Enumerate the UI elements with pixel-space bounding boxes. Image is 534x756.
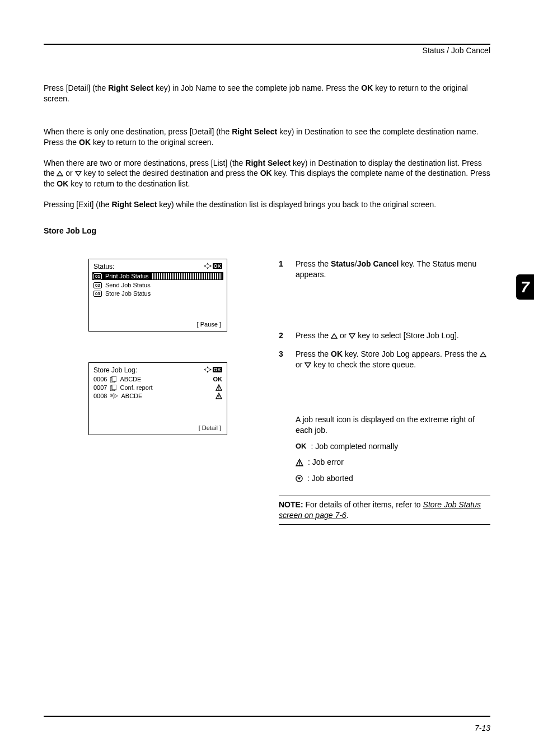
send-icon <box>110 393 118 399</box>
paragraph-2: When there is only one destination, pres… <box>44 127 490 148</box>
warning-icon <box>216 384 222 391</box>
warning-icon <box>296 459 303 466</box>
svg-point-30 <box>299 464 300 465</box>
log-row-1: 0006 ABCDE OK <box>93 376 222 382</box>
step-1: 1 Press the Status/Job Cancel key. The S… <box>279 259 490 280</box>
svg-marker-32 <box>298 478 301 480</box>
panel2-softkey: [ Detail ] <box>199 424 221 431</box>
down-triangle-icon <box>349 333 355 339</box>
result-error-line: : Job error <box>296 457 490 467</box>
result-abort-line: : Job aborted <box>296 473 490 483</box>
up-triangle-icon <box>480 352 486 357</box>
step-2: 2 Press the or key to select [Store Job … <box>279 330 490 341</box>
nav-ok-icon: OK <box>204 263 223 269</box>
result-ok-line: OK : Job completed normally <box>296 441 490 451</box>
heading-store-job-log: Store Job Log <box>44 226 490 236</box>
paragraph-1: Press [Detail] (the Right Select key) in… <box>44 83 490 104</box>
svg-marker-0 <box>57 171 63 176</box>
svg-marker-26 <box>480 352 486 357</box>
svg-marker-1 <box>76 171 81 176</box>
svg-rect-13 <box>112 385 116 390</box>
svg-marker-2 <box>207 263 209 265</box>
svg-marker-3 <box>207 267 209 269</box>
panel2-title: Store Job Log: <box>93 366 137 374</box>
panel1-softkey: [ Pause ] <box>197 321 221 328</box>
scan-icon <box>110 376 116 382</box>
note-block: NOTE: For details of other items, refer … <box>279 496 490 525</box>
svg-marker-7 <box>207 371 209 373</box>
svg-marker-20 <box>114 394 118 399</box>
result-explain: A job result icon is displayed on the ex… <box>296 414 490 524</box>
menu-item-store-job: 03 Store Job Status <box>93 290 222 297</box>
menu-item-print-job: 01 Print Job Status <box>92 272 223 280</box>
svg-marker-9 <box>209 368 212 371</box>
svg-marker-25 <box>349 334 355 338</box>
header-section-title: Status / Job Cancel <box>44 46 490 55</box>
up-triangle-icon <box>57 171 63 176</box>
svg-rect-11 <box>112 376 116 381</box>
svg-marker-24 <box>331 334 337 338</box>
nav-ok-icon: OK <box>204 366 223 373</box>
log-row-2: 0007 Conf. report <box>93 384 222 391</box>
svg-marker-27 <box>305 363 311 367</box>
store-job-log-panel: Store Job Log: OK 0006 ABCDE OK <box>88 362 227 435</box>
svg-point-16 <box>218 389 219 390</box>
scan-icon <box>110 385 116 391</box>
paragraph-4: Pressing [Exit] (the Right Select key) w… <box>44 199 490 210</box>
paragraph-3: When there are two or more destinations,… <box>44 158 490 190</box>
down-triangle-icon <box>305 362 311 368</box>
menu-item-send-job: 02 Send Job Status <box>93 282 222 288</box>
svg-marker-4 <box>204 265 206 267</box>
down-triangle-icon <box>75 171 82 176</box>
status-panel: Status: OK 01 Print Job Status 02 Send J… <box>88 259 227 332</box>
panel1-title: Status: <box>93 263 114 270</box>
section-tab: 7 <box>516 274 534 300</box>
step-3: 3 Press the OK key. Store Job Log appear… <box>279 349 490 370</box>
svg-marker-6 <box>207 366 209 368</box>
abort-icon <box>296 474 303 482</box>
up-triangle-icon <box>331 333 338 339</box>
svg-point-23 <box>218 398 219 398</box>
page-number: 7-13 <box>475 724 490 732</box>
warning-icon <box>216 393 222 399</box>
log-row-3: 0008 ABCDE <box>93 393 222 399</box>
svg-marker-5 <box>209 265 212 267</box>
svg-marker-8 <box>204 368 206 371</box>
result-ok-icon: OK <box>213 376 223 382</box>
